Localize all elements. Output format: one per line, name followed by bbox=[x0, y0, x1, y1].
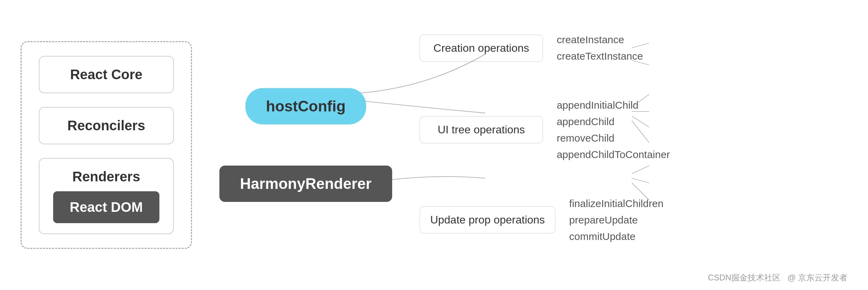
reconcilers-label: Reconcilers bbox=[68, 118, 145, 133]
ui-tree-operations-row: UI tree operations appendInitialChild ap… bbox=[420, 99, 847, 160]
main-container: React Core Reconcilers Renderers React D… bbox=[0, 0, 868, 290]
operation-append-child-to-container: appendChildToContainer bbox=[557, 149, 670, 160]
creation-operations-box: Creation operations bbox=[420, 35, 543, 62]
reconcilers-box: Reconcilers bbox=[39, 107, 174, 144]
renderers-box: Renderers React DOM bbox=[39, 158, 174, 234]
react-dom-box: React DOM bbox=[53, 191, 159, 223]
operation-create-instance: createInstance bbox=[557, 34, 643, 46]
harmony-renderer-node: HarmonyRenderer bbox=[219, 166, 392, 202]
operation-prepare-update: prepareUpdate bbox=[569, 214, 663, 226]
update-prop-operations-list: finalizeInitialChildren prepareUpdate co… bbox=[566, 198, 663, 242]
update-prop-operations-row: Update prop operations finalizeInitialCh… bbox=[420, 198, 847, 242]
creation-operations-row: Creation operations createInstance creat… bbox=[420, 34, 847, 62]
operation-remove-child: removeChild bbox=[557, 132, 670, 144]
update-prop-operations-box: Update prop operations bbox=[420, 206, 555, 233]
react-core-box: React Core bbox=[39, 56, 174, 93]
host-config-node: hostConfig bbox=[245, 88, 366, 124]
renderers-label: Renderers bbox=[53, 169, 159, 184]
watermark: CSDN掘金技术社区 @ 京东云开发者 bbox=[708, 272, 847, 283]
operation-commit-update: commitUpdate bbox=[569, 231, 663, 242]
right-panel: Creation operations createInstance creat… bbox=[392, 14, 847, 276]
creation-operations-list: createInstance createTextInstance bbox=[553, 34, 643, 62]
react-core-label: React Core bbox=[70, 67, 142, 82]
ui-tree-operations-list: appendInitialChild appendChild removeChi… bbox=[553, 99, 670, 160]
operation-append-initial-child: appendInitialChild bbox=[557, 99, 670, 111]
operation-finalize-initial-children: finalizeInitialChildren bbox=[569, 198, 663, 209]
ui-tree-operations-box: UI tree operations bbox=[420, 116, 543, 143]
operation-append-child: appendChild bbox=[557, 116, 670, 128]
operation-create-text-instance: createTextInstance bbox=[557, 50, 643, 62]
left-panel: React Core Reconcilers Renderers React D… bbox=[21, 41, 192, 249]
watermark-text1: CSDN掘金技术社区 bbox=[708, 272, 781, 283]
watermark-text2: @ 京东云开发者 bbox=[787, 272, 847, 283]
